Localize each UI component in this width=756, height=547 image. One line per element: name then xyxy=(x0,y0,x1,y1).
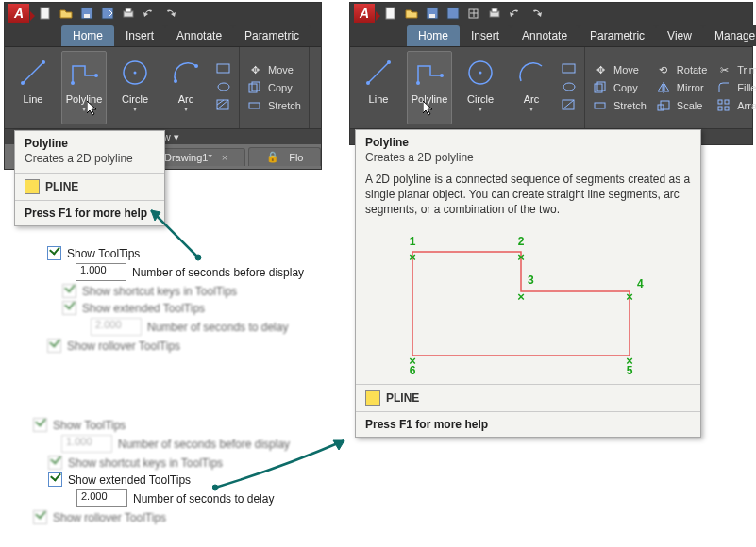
scale-label: Scale xyxy=(677,100,703,111)
extended-tooltips-checkbox[interactable] xyxy=(48,472,62,487)
qat-print-icon[interactable] xyxy=(487,6,502,21)
line-button[interactable]: Line xyxy=(356,51,401,124)
seconds-delay-input[interactable]: 2.000 xyxy=(91,318,142,336)
stretch-button[interactable]: Stretch xyxy=(593,98,647,113)
rectangle-icon[interactable] xyxy=(562,62,577,77)
rotate-button[interactable]: ⟲Rotate xyxy=(656,62,707,77)
trim-button[interactable]: ✂Trim xyxy=(716,62,756,77)
svg-rect-26 xyxy=(447,8,459,19)
qat-redo-icon[interactable] xyxy=(529,6,544,21)
qat-save-icon[interactable] xyxy=(425,6,440,21)
qat-publish-icon[interactable] xyxy=(466,6,481,21)
app-menu-button[interactable]: A xyxy=(354,4,375,23)
circle-label: Circle xyxy=(122,93,148,105)
rollover-tooltips-checkbox[interactable] xyxy=(47,339,61,353)
seconds-before-input[interactable]: 1.000 xyxy=(76,263,126,281)
qat-saveas-icon[interactable] xyxy=(100,6,115,21)
arc-button[interactable]: Arc ▾ xyxy=(163,51,209,124)
shortcut-keys-row: Show shortcut keys in ToolTips xyxy=(62,284,311,298)
svg-point-14 xyxy=(194,64,198,68)
tab-home[interactable]: Home xyxy=(407,25,460,46)
qat-save-icon[interactable] xyxy=(79,6,94,21)
qat-redo-icon[interactable] xyxy=(162,6,177,21)
polyline-icon xyxy=(412,56,446,90)
trim-icon: ✂ xyxy=(716,62,731,77)
app-logo-letter: A xyxy=(14,6,24,21)
tab-view[interactable]: View xyxy=(656,25,703,46)
ribbon-panel-draw: Line Polyline ▾ Circle ▾ Arc ▾ xyxy=(350,47,585,128)
hatch-icon[interactable] xyxy=(216,98,231,113)
rollover-tooltips-label: Show rollover ToolTips xyxy=(67,340,180,353)
mouse-cursor-icon xyxy=(423,101,436,116)
doc-tab-2[interactable]: 🔒 Flo xyxy=(248,147,321,166)
show-tooltips-checkbox[interactable] xyxy=(47,246,61,260)
svg-point-16 xyxy=(218,83,229,91)
doc-tab-label: Flo xyxy=(289,152,303,163)
qat-open-icon[interactable] xyxy=(59,6,74,21)
svg-point-7 xyxy=(21,81,25,85)
mirror-button[interactable]: Mirror xyxy=(656,80,707,95)
ellipse-icon[interactable] xyxy=(562,80,577,95)
stretch-button[interactable]: Stretch xyxy=(247,98,301,113)
qat-undo-icon[interactable] xyxy=(508,6,523,21)
shortcut-keys-checkbox[interactable] xyxy=(48,456,62,470)
qat-new-icon[interactable] xyxy=(383,6,398,21)
tab-parametric[interactable]: Parametric xyxy=(233,25,311,46)
tab-parametric[interactable]: Parametric xyxy=(579,25,656,46)
move-button[interactable]: ✥Move xyxy=(247,62,301,77)
chevron-down-icon: ▾ xyxy=(529,105,533,113)
rollover-tooltips-row: Show rollover ToolTips xyxy=(47,339,311,353)
ellipse-icon[interactable] xyxy=(216,80,231,95)
svg-text:×: × xyxy=(517,250,525,264)
close-icon[interactable]: × xyxy=(222,152,227,163)
svg-point-10 xyxy=(94,74,98,77)
qat-open-icon[interactable] xyxy=(404,6,419,21)
qat-new-icon[interactable] xyxy=(38,6,53,21)
svg-point-33 xyxy=(416,81,420,85)
circle-button[interactable]: Circle ▾ xyxy=(458,51,503,124)
svg-rect-23 xyxy=(386,8,395,19)
copy-button[interactable]: Copy xyxy=(593,80,647,95)
tab-insert[interactable]: Insert xyxy=(460,25,511,46)
svg-point-9 xyxy=(71,81,75,85)
move-button[interactable]: ✥Move xyxy=(593,62,647,77)
rollover-tooltips-checkbox[interactable] xyxy=(33,510,47,524)
circle-button[interactable]: Circle ▾ xyxy=(112,51,158,124)
qat-undo-icon[interactable] xyxy=(142,6,157,21)
trim-label: Trim xyxy=(737,64,756,75)
app-menu-button[interactable]: A xyxy=(8,4,29,23)
svg-line-6 xyxy=(23,62,43,83)
mouse-cursor-icon xyxy=(87,101,100,116)
tab-annotate[interactable]: Annotate xyxy=(511,25,579,46)
tab-manage[interactable]: Manage xyxy=(703,25,756,46)
seconds-delay-input[interactable]: 2.000 xyxy=(76,489,127,507)
show-tooltips-checkbox[interactable] xyxy=(33,418,47,432)
copy-icon xyxy=(247,80,262,95)
hatch-icon[interactable] xyxy=(562,98,577,113)
tab-annotate[interactable]: Annotate xyxy=(165,25,233,46)
extended-tooltips-checkbox[interactable] xyxy=(62,301,76,315)
array-button[interactable]: Array xyxy=(716,98,756,113)
arc-button[interactable]: Arc ▾ xyxy=(509,51,554,124)
fillet-button[interactable]: Fillet xyxy=(716,80,756,95)
svg-point-59 xyxy=(212,485,218,490)
tooltip-title: Polyline xyxy=(15,131,164,152)
svg-line-30 xyxy=(368,62,389,83)
tooltip-diagram: × × × × × × 1 2 3 4 5 6 xyxy=(365,233,691,374)
svg-rect-43 xyxy=(595,103,605,108)
svg-line-18 xyxy=(217,100,228,109)
circle-label: Circle xyxy=(467,93,494,105)
shortcut-keys-checkbox[interactable] xyxy=(62,284,76,298)
tab-home[interactable]: Home xyxy=(61,25,114,46)
qat-saveas-icon[interactable] xyxy=(445,6,461,21)
scale-button[interactable]: Scale xyxy=(656,98,707,113)
show-tooltips-label: Show ToolTips xyxy=(53,419,126,432)
seconds-before-input[interactable]: 1.000 xyxy=(61,435,112,453)
chevron-down-icon: ▾ xyxy=(82,105,86,113)
copy-button[interactable]: Copy xyxy=(247,80,301,95)
tab-insert[interactable]: Insert xyxy=(114,25,165,46)
rectangle-icon[interactable] xyxy=(216,62,231,77)
circle-icon xyxy=(118,56,152,90)
line-button[interactable]: Line xyxy=(10,51,56,124)
qat-print-icon[interactable] xyxy=(121,6,136,21)
